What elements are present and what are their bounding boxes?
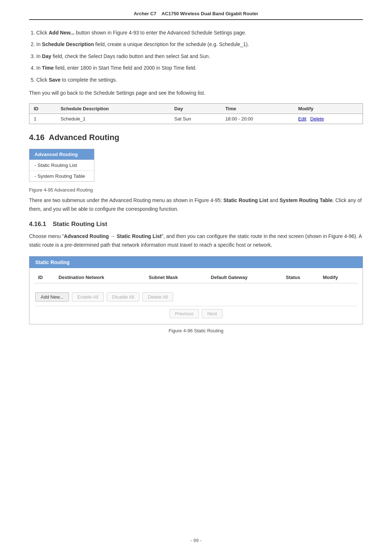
step-2: In Schedule Description field, create a … bbox=[36, 40, 363, 48]
section-heading: Advanced Routing bbox=[49, 133, 119, 142]
col-modify: Modify bbox=[294, 104, 363, 114]
sr-col-dest: Destination Network bbox=[55, 272, 145, 283]
sr-col-status: Status bbox=[282, 272, 319, 283]
menu-item-static-routing-list-label: - Static Routing List bbox=[34, 163, 77, 168]
row-1-desc: Schedule_1 bbox=[56, 114, 170, 124]
col-time: Time bbox=[221, 104, 294, 114]
header-bar: Archer C7 AC1750 Wireless Dual Band Giga… bbox=[29, 11, 363, 20]
body-text-static-routing: Choose menu "Advanced Routing → Static R… bbox=[29, 232, 363, 250]
body-text-before-table: Then you will go back to the Schedule Se… bbox=[29, 89, 363, 98]
advanced-routing-menu: Advanced Routing - Static Routing List -… bbox=[29, 149, 94, 182]
next-button[interactable]: Next bbox=[202, 309, 222, 318]
page-number: - 99 - bbox=[0, 538, 392, 543]
col-id: ID bbox=[29, 104, 56, 114]
delete-link[interactable]: Delete bbox=[310, 116, 324, 122]
schedule-table-header-row: ID Schedule Description Day Time Modify bbox=[29, 104, 363, 114]
add-new-button[interactable]: Add New... bbox=[35, 292, 69, 301]
figure-96-caption: Figure 4-96 Static Routing bbox=[29, 328, 363, 333]
static-routing-header: Static Routing bbox=[29, 257, 363, 268]
header-model: Archer C7 bbox=[134, 11, 156, 16]
row-1-id: 1 bbox=[29, 114, 56, 124]
row-1-modify: Edit Delete bbox=[294, 114, 363, 124]
static-routing-inner: ID Destination Network Subnet Mask Defau… bbox=[29, 268, 363, 324]
body-text-intro: There are two submenus under the Advance… bbox=[29, 197, 223, 203]
menu-path-1: Advanced Routing → Static Routing List bbox=[64, 233, 162, 239]
step-1-bold: Add New... bbox=[49, 30, 74, 36]
col-schedule-desc: Schedule Description bbox=[56, 104, 170, 114]
col-day: Day bbox=[170, 104, 221, 114]
static-routing-table: ID Destination Network Subnet Mask Defau… bbox=[34, 272, 358, 290]
menu-item-system-routing-table[interactable]: - System Routing Table bbox=[29, 171, 94, 181]
subsection-heading: Static Routing List bbox=[53, 221, 107, 227]
static-routing-nav-row: Previous Next bbox=[34, 306, 358, 322]
menu-item-advanced-routing-label: Advanced Routing bbox=[34, 152, 78, 157]
step-4: In Time field, enter 1800 in Start Time … bbox=[36, 64, 363, 72]
menu-item-system-routing-table-label: - System Routing Table bbox=[34, 173, 85, 179]
bold-static-routing-list: Static Routing List bbox=[223, 197, 268, 203]
body-text-and: and bbox=[268, 197, 279, 203]
schedule-table: ID Schedule Description Day Time Modify … bbox=[29, 104, 363, 124]
schedule-table-wrapper: ID Schedule Description Day Time Modify … bbox=[29, 103, 363, 124]
step-5-bold: Save bbox=[49, 77, 61, 83]
static-routing-box: Static Routing ID Destination Network Su… bbox=[29, 256, 363, 325]
menu-item-advanced-routing[interactable]: Advanced Routing bbox=[29, 149, 94, 160]
sr-col-id: ID bbox=[34, 272, 55, 283]
step-3: In Day field, check the Select Days radi… bbox=[36, 52, 363, 60]
step-2-bold: Schedule Description bbox=[42, 41, 94, 47]
subsection-title: 4.16.1Static Routing List bbox=[29, 221, 363, 228]
section-title: 4.16 Advanced Routing bbox=[29, 133, 363, 142]
enable-all-button[interactable]: Enable All bbox=[72, 292, 104, 301]
header-product: AC1750 Wireless Dual Band Gigabit Router bbox=[162, 11, 258, 16]
delete-all-button[interactable]: Delete All bbox=[142, 292, 173, 301]
step-4-bold: Time bbox=[42, 65, 54, 71]
subsection-number: 4.16.1 bbox=[29, 221, 46, 227]
figure-95-caption: Figure 4-95 Advanced Routing bbox=[29, 187, 363, 193]
row-1-day: Sat Sun bbox=[170, 114, 221, 124]
row-1-time: 18:00 - 20:00 bbox=[221, 114, 294, 124]
static-routing-empty-row bbox=[34, 283, 358, 290]
sr-col-modify: Modify bbox=[319, 272, 358, 283]
section-number: 4.16 bbox=[29, 133, 45, 142]
previous-button[interactable]: Previous bbox=[170, 309, 199, 318]
step-5: Click Save to complete the settings. bbox=[36, 76, 363, 84]
body-text-advanced-routing: There are two submenus under the Advance… bbox=[29, 196, 363, 214]
bold-system-routing-table: System Routing Table bbox=[279, 197, 332, 203]
sr-col-subnet: Subnet Mask bbox=[145, 272, 207, 283]
menu-item-static-routing-list[interactable]: - Static Routing List bbox=[29, 160, 94, 171]
edit-link[interactable]: Edit bbox=[298, 116, 306, 122]
step-3-bold: Day bbox=[42, 53, 52, 59]
step-1: Click Add New... button shown in Figure … bbox=[36, 29, 363, 37]
static-routing-header-row: ID Destination Network Subnet Mask Defau… bbox=[34, 272, 358, 283]
static-routing-btn-row: Add New... Enable All Disable All Delete… bbox=[34, 292, 358, 301]
schedule-row-1: 1 Schedule_1 Sat Sun 18:00 - 20:00 Edit … bbox=[29, 114, 363, 124]
sr-col-gateway: Default Gateway bbox=[207, 272, 282, 283]
steps-list: Click Add New... button shown in Figure … bbox=[36, 29, 363, 84]
arrow-icon: → bbox=[110, 233, 115, 239]
disable-all-button[interactable]: Disable All bbox=[107, 292, 140, 301]
